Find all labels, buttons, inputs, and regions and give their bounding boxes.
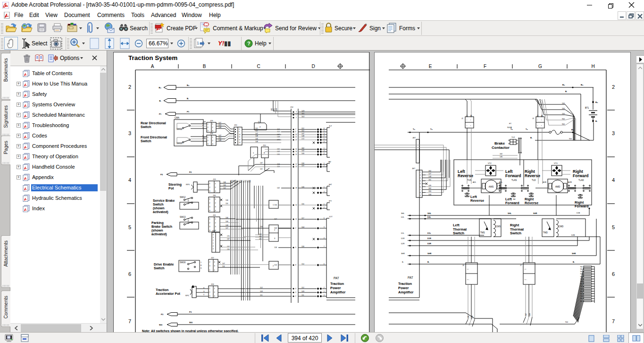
svg-text:144: 144 <box>428 194 431 196</box>
svg-text:B-: B- <box>427 261 430 263</box>
svg-text:2: 2 <box>214 261 215 263</box>
svg-text:H: H <box>591 64 594 69</box>
svg-text:TMD: TMD <box>543 232 548 234</box>
svg-text:6: 6 <box>324 217 325 219</box>
svg-text:107: 107 <box>259 236 262 238</box>
svg-text:6: 6 <box>612 271 615 277</box>
svg-text:1: 1 <box>253 152 254 154</box>
svg-text:2: 2 <box>209 261 210 263</box>
svg-text:111: 111 <box>301 294 304 296</box>
svg-text:2: 2 <box>324 206 325 208</box>
svg-text:P1: P1 <box>159 113 162 115</box>
svg-text:B-: B- <box>159 100 162 102</box>
svg-text:7: 7 <box>295 129 296 130</box>
svg-text:2: 2 <box>209 202 210 204</box>
svg-text:1: 1 <box>208 137 209 138</box>
svg-text:3: 3 <box>212 143 213 145</box>
svg-text:161: 161 <box>239 180 241 183</box>
svg-text:114: 114 <box>301 263 304 265</box>
svg-text:E20: E20 <box>529 313 531 316</box>
svg-text:4: 4 <box>324 237 325 239</box>
svg-text:J20: J20 <box>234 124 237 126</box>
svg-text:2: 2 <box>212 140 213 142</box>
svg-text:Brake Switch: Brake Switch <box>151 225 172 228</box>
svg-text:4: 4 <box>215 210 216 212</box>
svg-text:107: 107 <box>226 227 228 229</box>
svg-text:3: 3 <box>209 265 210 267</box>
svg-text:1: 1 <box>208 123 209 125</box>
svg-text:3: 3 <box>212 130 213 132</box>
svg-text:147: 147 <box>255 133 258 135</box>
svg-text:Switch: Switch <box>510 231 522 235</box>
svg-text:4: 4 <box>209 210 210 212</box>
svg-text:900: 900 <box>580 266 583 268</box>
svg-text:AMS: AMS <box>489 186 493 188</box>
svg-text:163: 163 <box>537 115 539 118</box>
svg-text:100: 100 <box>562 103 565 104</box>
svg-text:1: 1 <box>420 172 421 173</box>
svg-text:TUS: TUS <box>467 179 471 181</box>
svg-text:116: 116 <box>274 204 277 206</box>
svg-text:2: 2 <box>295 295 296 297</box>
svg-text:D: D <box>311 64 315 69</box>
svg-text:SHL: SHL <box>401 213 404 214</box>
svg-text:4: 4 <box>209 230 210 232</box>
svg-text:8: 8 <box>239 129 240 130</box>
svg-text:SW16: SW16 <box>180 261 186 264</box>
svg-text:104: 104 <box>260 226 263 228</box>
svg-text:115: 115 <box>234 180 236 182</box>
svg-text:Reverse: Reverse <box>458 173 473 178</box>
svg-text:500A: 500A <box>507 126 512 129</box>
svg-text:E17: E17 <box>525 313 527 316</box>
svg-text:10: 10 <box>239 134 241 136</box>
svg-text:B+: B+ <box>595 101 598 103</box>
svg-text:E30: E30 <box>468 316 469 318</box>
svg-text:112: 112 <box>255 130 258 132</box>
svg-text:2: 2 <box>208 127 209 129</box>
svg-text:1: 1 <box>215 218 216 220</box>
svg-text:6: 6 <box>295 131 296 133</box>
svg-text:4: 4 <box>612 177 615 183</box>
svg-text:181: 181 <box>301 113 304 115</box>
svg-text:2: 2 <box>212 127 213 129</box>
svg-text:1: 1 <box>324 163 325 164</box>
svg-text:4: 4 <box>213 245 214 247</box>
svg-text:170: 170 <box>227 235 230 237</box>
svg-text:13: 13 <box>295 166 297 168</box>
svg-text:SHR: SHR <box>427 252 432 255</box>
svg-text:142: 142 <box>223 187 226 189</box>
svg-text:r r: r r <box>525 268 527 270</box>
svg-text:B: B <box>203 64 206 69</box>
svg-text:3: 3 <box>209 295 210 297</box>
svg-text:R: R <box>201 267 202 269</box>
svg-text:21: 21 <box>295 136 297 138</box>
svg-text:D2R: D2R <box>427 242 431 245</box>
svg-text:2: 2 <box>324 165 325 167</box>
svg-text:D2L: D2L <box>401 216 404 218</box>
svg-text:RP1: RP1 <box>185 294 190 297</box>
svg-text:J7: J7 <box>520 265 522 266</box>
svg-text:G: G <box>203 291 205 292</box>
svg-text:108: 108 <box>226 224 228 226</box>
svg-text:activated): activated) <box>153 210 168 214</box>
svg-text:7: 7 <box>324 246 325 248</box>
svg-text:D1R: D1R <box>401 238 405 240</box>
svg-text:148: 148 <box>255 135 258 137</box>
svg-text:3: 3 <box>213 237 214 239</box>
svg-text:3: 3 <box>324 226 325 228</box>
svg-text:A2L: A2L <box>473 181 477 183</box>
svg-text:4: 4 <box>324 150 325 152</box>
svg-text:172: 172 <box>301 138 304 140</box>
svg-text:D2B: D2B <box>571 234 575 236</box>
svg-text:SHR: SHR <box>572 252 576 255</box>
svg-text:140: 140 <box>301 153 304 154</box>
svg-text:B-: B- <box>530 137 533 139</box>
svg-text:2: 2 <box>215 187 216 189</box>
svg-text:B-: B- <box>402 261 404 263</box>
svg-text:2: 2 <box>209 222 210 224</box>
svg-text:J29: J29 <box>210 120 213 122</box>
svg-text:JET: JET <box>412 167 416 170</box>
svg-text:2: 2 <box>214 292 215 293</box>
svg-text:JBT: JBT <box>412 137 416 139</box>
svg-text:(shown: (shown <box>151 229 163 232</box>
